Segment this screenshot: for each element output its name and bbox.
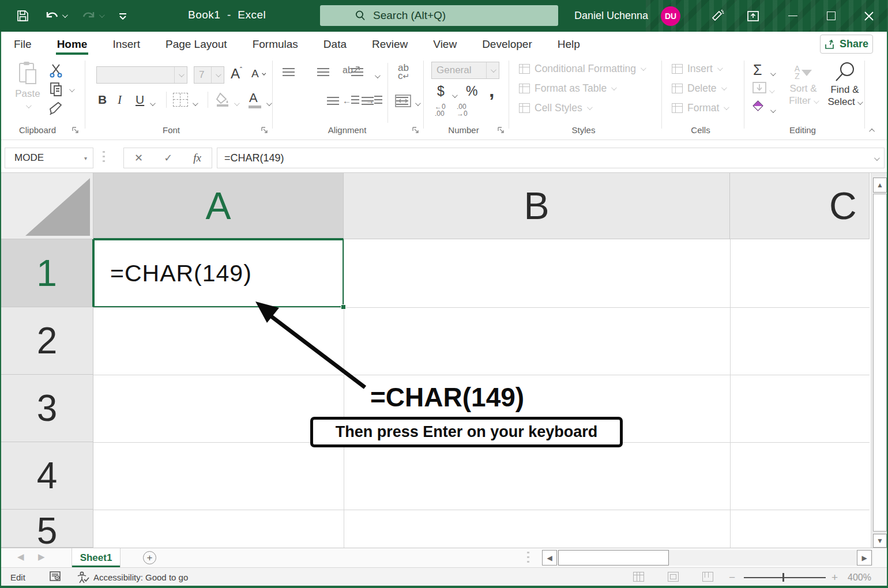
comma-style-button[interactable]: , (489, 79, 494, 101)
font-size-dropdown-icon[interactable] (211, 67, 224, 83)
find-select-button[interactable]: Find & Select (825, 61, 865, 108)
fill-handle[interactable] (341, 304, 346, 310)
bold-button[interactable]: B (98, 93, 107, 107)
zoom-slider-thumb[interactable] (782, 573, 784, 582)
search-box[interactable]: Search (Alt+Q) (320, 5, 558, 26)
alignment-dialog-launcher[interactable] (412, 126, 419, 134)
format-cells-button[interactable]: Format (672, 102, 728, 114)
insert-cells-button[interactable]: Insert (672, 63, 721, 75)
fill-button[interactable] (752, 81, 767, 94)
paste-button[interactable]: Paste (13, 61, 43, 111)
paste-dropdown-icon[interactable] (25, 103, 31, 108)
minimize-button[interactable] (774, 0, 812, 32)
autosum-dropdown-icon[interactable] (770, 67, 774, 79)
close-button[interactable] (850, 0, 888, 32)
grow-font-button[interactable]: Aˆ (231, 66, 242, 82)
align-middle-button[interactable] (317, 67, 329, 76)
undo-dropdown-icon[interactable] (62, 12, 68, 18)
column-header-c[interactable]: C (730, 173, 870, 239)
number-format-select[interactable]: General (431, 62, 499, 79)
decrease-indent-button[interactable]: ← (343, 95, 359, 105)
shrink-font-button[interactable]: A (251, 67, 263, 80)
avatar[interactable]: DU (661, 6, 680, 26)
macro-record-button[interactable] (50, 571, 62, 582)
horizontal-scroll-thumb[interactable] (558, 550, 669, 566)
italic-button[interactable]: I (118, 93, 122, 107)
tab-view[interactable]: View (420, 33, 469, 55)
orientation-dropdown-icon[interactable] (375, 70, 379, 81)
format-painter-button[interactable] (48, 101, 65, 116)
expand-formula-bar-icon[interactable] (874, 152, 878, 164)
column-header-a[interactable]: A (93, 173, 344, 239)
tab-developer[interactable]: Developer (469, 33, 545, 55)
select-all-button[interactable] (1, 173, 93, 239)
autosum-button[interactable]: Σ (753, 62, 762, 78)
name-box-dropdown-icon[interactable]: ▾ (84, 155, 87, 161)
zoom-in-button[interactable]: + (831, 571, 838, 584)
sheet-nav-right-icon[interactable]: ▶ (38, 552, 45, 562)
share-button[interactable]: Share (820, 35, 873, 54)
tab-file[interactable]: File (1, 33, 44, 55)
cut-button[interactable] (48, 63, 63, 78)
merge-center-dropdown-icon[interactable] (415, 97, 419, 109)
insert-function-button[interactable]: fx (193, 152, 201, 164)
merge-center-button[interactable] (394, 94, 412, 108)
undo-button[interactable] (44, 10, 66, 22)
tab-home[interactable]: Home (44, 33, 100, 55)
normal-view-button[interactable] (633, 572, 644, 582)
row-header-2[interactable]: 2 (1, 307, 93, 375)
align-left-button[interactable] (327, 96, 339, 105)
formula-bar-grip[interactable] (103, 151, 105, 165)
increase-decimal-button[interactable]: ←0.00 (435, 103, 446, 117)
increase-indent-button[interactable]: → (366, 95, 382, 105)
row-header-3[interactable]: 3 (1, 375, 93, 442)
tab-help[interactable]: Help (545, 33, 593, 55)
font-color-dropdown-icon[interactable] (266, 97, 270, 109)
accounting-dropdown-icon[interactable] (452, 89, 456, 101)
whats-new-button[interactable] (705, 0, 730, 32)
tab-page-layout[interactable]: Page Layout (153, 33, 240, 55)
underline-dropdown-icon[interactable] (150, 97, 154, 109)
sort-filter-button[interactable]: AZ Sort & Filter (784, 63, 822, 107)
align-top-button[interactable] (283, 67, 295, 76)
borders-button[interactable] (173, 93, 188, 107)
sheet-nav-left-icon[interactable]: ◀ (17, 552, 24, 562)
number-dialog-launcher[interactable] (497, 126, 505, 134)
row-header-5[interactable]: 5 (1, 510, 93, 548)
cancel-formula-button[interactable]: ✕ (134, 152, 143, 164)
font-dialog-launcher[interactable] (261, 126, 268, 134)
scroll-up-button[interactable]: ▲ (873, 178, 887, 193)
percent-style-button[interactable]: % (466, 84, 477, 99)
name-box[interactable]: MODE ▾ (5, 148, 93, 168)
underline-button[interactable]: U (136, 93, 144, 107)
vertical-scroll-thumb[interactable] (873, 194, 887, 532)
delete-cells-button[interactable]: Delete (672, 82, 725, 95)
scroll-down-button[interactable]: ▼ (873, 534, 887, 548)
column-header-b[interactable]: B (344, 173, 730, 239)
font-size-input[interactable]: 7 (194, 66, 224, 84)
page-break-view-button[interactable] (702, 572, 713, 582)
row-header-4[interactable]: 4 (1, 442, 93, 510)
cell-styles-button[interactable]: Cell Styles (519, 102, 591, 114)
page-layout-view-button[interactable] (668, 572, 679, 582)
font-color-button[interactable]: A (249, 91, 258, 105)
new-sheet-button[interactable]: + (143, 551, 156, 564)
ribbon-display-options-button[interactable] (740, 0, 766, 32)
copy-dropdown-icon[interactable] (69, 84, 73, 95)
formula-input[interactable]: =CHAR(149) (217, 148, 885, 168)
scroll-left-button[interactable]: ◀ (542, 550, 557, 566)
fill-color-dropdown-icon[interactable] (234, 97, 238, 109)
tab-data[interactable]: Data (311, 33, 359, 55)
clear-dropdown-icon[interactable] (770, 104, 774, 116)
decrease-decimal-button[interactable]: .00→0 (457, 103, 468, 117)
tab-scroll-grip[interactable] (527, 552, 529, 563)
tab-review[interactable]: Review (359, 33, 420, 55)
collapse-ribbon-button[interactable] (871, 124, 875, 135)
font-name-dropdown-icon[interactable] (174, 67, 187, 83)
format-as-table-button[interactable]: Format as Table (519, 82, 615, 95)
copy-button[interactable] (48, 81, 65, 97)
clear-button[interactable] (752, 100, 763, 111)
borders-dropdown-icon[interactable] (193, 97, 197, 109)
active-cell-a1[interactable]: =CHAR(149) (93, 239, 344, 307)
sheet-tab-sheet1[interactable]: Sheet1 (72, 548, 121, 567)
